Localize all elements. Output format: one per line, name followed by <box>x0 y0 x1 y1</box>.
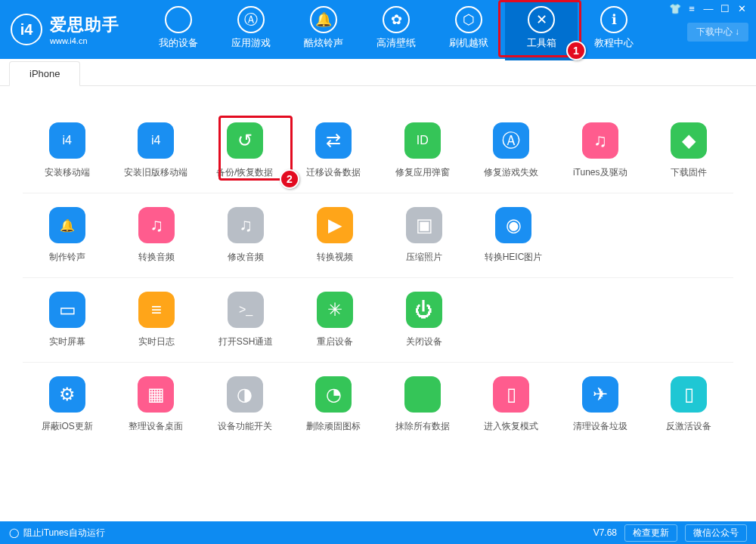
tool-label: iTunes及驱动 <box>556 166 645 179</box>
app-title: 爱思助手 <box>50 14 119 36</box>
tool-icon: ◔ <box>315 376 352 413</box>
tool-item[interactable]: ♫转换音频 <box>112 207 201 264</box>
app-subtitle: www.i4.cn <box>50 36 119 45</box>
wechat-button[interactable]: 微信公众号 <box>685 524 747 542</box>
prevent-itunes-label: 阻止iTunes自动运行 <box>23 527 105 539</box>
nav-label: 刷机越狱 <box>432 36 505 50</box>
check-update-button[interactable]: 检查更新 <box>624 524 677 542</box>
tool-label: 清理设备垃圾 <box>556 420 645 433</box>
tool-item[interactable]: 抹除所有数据 <box>378 376 467 433</box>
close-button[interactable]: ✕ <box>733 3 750 17</box>
nav-item-3[interactable]: ✿高清壁纸 <box>360 0 432 60</box>
tool-label: 转换音频 <box>112 251 201 264</box>
tool-icon: ◉ <box>495 207 531 243</box>
tool-icon: ▯ <box>493 376 529 413</box>
tool-item[interactable]: ⇄迁移设备数据 <box>290 122 379 179</box>
tool-item[interactable]: ▯进入恢复模式 <box>467 376 556 433</box>
nav-label: 教程中心 <box>578 36 650 50</box>
minimize-button[interactable]: — <box>700 3 717 17</box>
tool-icon: ▣ <box>406 207 442 243</box>
tool-item[interactable]: ♫修改音频 <box>201 207 290 264</box>
tool-label: 安装移动端 <box>23 166 112 179</box>
tool-label: 实时日志 <box>112 335 201 348</box>
tool-label: 整理设备桌面 <box>112 420 201 433</box>
tool-label: 转换HEIC图片 <box>469 251 558 264</box>
nav-item-2[interactable]: 🔔酷炫铃声 <box>287 0 360 60</box>
tutorial-callout-2: 2 <box>280 169 299 189</box>
nav-item-4[interactable]: ⬡刷机越狱 <box>432 0 505 60</box>
tool-label: 安装旧版移动端 <box>112 166 201 179</box>
tool-item[interactable]: ✈清理设备垃圾 <box>556 376 645 433</box>
tool-item[interactable]: ▭实时屏幕 <box>23 292 112 348</box>
tool-item[interactable]: ↺备份/恢复数据 <box>200 122 290 179</box>
tool-item[interactable]: ⏻关闭设备 <box>380 292 469 348</box>
tool-label: 修复游戏失效 <box>467 166 556 179</box>
tool-label: 打开SSH通道 <box>201 335 290 348</box>
status-bar: ◯ 阻止iTunes自动运行 V7.68 检查更新 微信公众号 <box>0 521 756 544</box>
tool-label: 抹除所有数据 <box>378 420 467 433</box>
tool-icon: 🔔 <box>49 207 85 243</box>
tool-label: 屏蔽iOS更新 <box>23 420 112 433</box>
tool-label: 关闭设备 <box>380 335 469 348</box>
tool-icon: ⏻ <box>406 292 442 328</box>
tool-label: 重启设备 <box>290 335 380 348</box>
tool-icon: i4 <box>49 122 85 159</box>
circle-icon: ◯ <box>9 527 19 538</box>
nav-item-6[interactable]: ℹ教程中心 <box>578 0 650 60</box>
tool-label: 压缩照片 <box>380 251 469 264</box>
maximize-button[interactable]: ☐ <box>717 3 733 17</box>
tool-label: 实时屏幕 <box>23 335 112 348</box>
tool-label: 备份/恢复数据 <box>200 166 290 179</box>
tool-item[interactable]: ✳重启设备 <box>290 292 380 348</box>
menu-icon[interactable]: ≡ <box>683 3 700 17</box>
tool-icon: ♫ <box>138 207 175 243</box>
nav-item-1[interactable]: Ⓐ应用游戏 <box>215 0 287 60</box>
tool-item[interactable]: Ⓐ修复游戏失效 <box>467 122 556 179</box>
tool-item[interactable]: ◔删除顽固图标 <box>290 376 379 433</box>
tool-item[interactable]: >_打开SSH通道 <box>201 292 290 348</box>
tool-icon: ID <box>404 122 441 159</box>
tool-icon: ⇄ <box>315 122 352 159</box>
logo-initials: i4 <box>20 21 33 39</box>
download-center-button[interactable]: 下载中心 ↓ <box>687 23 748 42</box>
tool-item[interactable]: ▦整理设备桌面 <box>112 376 201 433</box>
nav-icon: ✕ <box>528 6 555 33</box>
tool-item[interactable]: i4安装移动端 <box>23 122 112 179</box>
tool-icon: i4 <box>138 122 174 159</box>
tool-label: 迁移设备数据 <box>290 166 379 179</box>
tool-item[interactable]: ◆下载固件 <box>645 122 734 179</box>
tool-icon <box>404 376 441 413</box>
tool-item[interactable]: ▯反激活设备 <box>645 376 734 433</box>
nav-icon: ✿ <box>383 6 410 33</box>
tool-item[interactable]: ◉转换HEIC图片 <box>469 207 558 264</box>
tool-item[interactable]: ≡实时日志 <box>112 292 201 348</box>
tool-item[interactable]: ♫iTunes及驱动 <box>556 122 645 179</box>
tool-icon: ▯ <box>671 376 707 413</box>
nav-item-0[interactable]: 我的设备 <box>142 0 215 60</box>
tool-label: 进入恢复模式 <box>467 420 556 433</box>
tool-item[interactable]: ID修复应用弹窗 <box>378 122 467 179</box>
tool-item[interactable]: ◑设备功能开关 <box>200 376 290 433</box>
tool-item[interactable]: i4安装旧版移动端 <box>112 122 201 179</box>
tool-label: 制作铃声 <box>23 251 112 264</box>
logo-icon: i4 <box>11 14 42 45</box>
tool-icon: Ⓐ <box>493 122 529 159</box>
tool-label: 转换视频 <box>290 251 380 264</box>
tool-item[interactable]: ⚙屏蔽iOS更新 <box>23 376 112 433</box>
tab-iPhone[interactable]: iPhone <box>9 61 80 86</box>
tool-icon: ▭ <box>49 292 85 328</box>
nav-label: 我的设备 <box>142 36 215 50</box>
nav-label: 高清壁纸 <box>360 36 432 50</box>
prevent-itunes-toggle[interactable]: ◯ 阻止iTunes自动运行 <box>9 527 105 539</box>
nav-icon: ℹ <box>600 6 627 33</box>
nav-label: 应用游戏 <box>215 36 287 50</box>
nav-icon <box>165 6 192 33</box>
theme-icon[interactable]: 👕 <box>667 3 683 17</box>
tool-item[interactable]: ▣压缩照片 <box>380 207 469 264</box>
tool-item[interactable]: 🔔制作铃声 <box>23 207 112 264</box>
tool-label: 设备功能开关 <box>200 420 290 433</box>
tool-icon: ▦ <box>138 376 174 413</box>
tutorial-callout-1: 1 <box>566 41 586 60</box>
tool-icon: ✳ <box>317 292 353 328</box>
tool-item[interactable]: ▶转换视频 <box>290 207 380 264</box>
